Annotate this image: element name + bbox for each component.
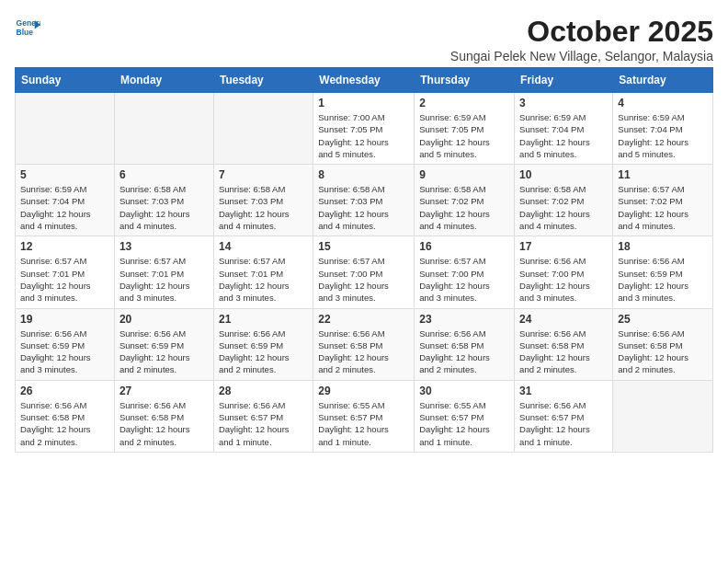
calendar-cell: 6Sunrise: 6:58 AM Sunset: 7:03 PM Daylig… — [114, 165, 213, 236]
calendar-cell: 16Sunrise: 6:57 AM Sunset: 7:00 PM Dayli… — [415, 236, 515, 308]
day-number: 8 — [318, 168, 409, 181]
day-number: 20 — [119, 313, 209, 326]
calendar-week-row: 12Sunrise: 6:57 AM Sunset: 7:01 PM Dayli… — [16, 236, 713, 308]
day-number: 10 — [519, 168, 608, 181]
day-info: Sunrise: 6:56 AM Sunset: 6:59 PM Dayligh… — [618, 255, 708, 304]
calendar-cell: 25Sunrise: 6:56 AM Sunset: 6:58 PM Dayli… — [613, 308, 713, 380]
calendar-cell: 12Sunrise: 6:57 AM Sunset: 7:01 PM Dayli… — [16, 236, 115, 308]
calendar-cell — [114, 93, 213, 165]
day-number: 31 — [519, 385, 608, 397]
day-info: Sunrise: 6:56 AM Sunset: 6:58 PM Dayligh… — [20, 399, 109, 448]
calendar-header-thursday: Thursday — [415, 68, 515, 93]
calendar-header-monday: Monday — [114, 68, 213, 93]
day-number: 18 — [618, 240, 708, 253]
calendar-cell — [213, 93, 313, 165]
month-title: October 2025 — [450, 15, 713, 49]
calendar-cell: 21Sunrise: 6:56 AM Sunset: 6:59 PM Dayli… — [213, 308, 313, 380]
day-number: 7 — [219, 168, 308, 181]
day-number: 9 — [419, 168, 509, 181]
calendar-cell: 17Sunrise: 6:56 AM Sunset: 7:00 PM Dayli… — [515, 236, 613, 308]
calendar-cell: 7Sunrise: 6:58 AM Sunset: 7:03 PM Daylig… — [213, 165, 313, 236]
day-info: Sunrise: 6:58 AM Sunset: 7:03 PM Dayligh… — [119, 183, 209, 232]
calendar-table: SundayMondayTuesdayWednesdayThursdayFrid… — [15, 67, 713, 453]
logo: General Blue — [15, 15, 40, 40]
calendar-week-row: 1Sunrise: 7:00 AM Sunset: 7:05 PM Daylig… — [16, 93, 713, 165]
calendar-cell: 28Sunrise: 6:56 AM Sunset: 6:57 PM Dayli… — [213, 380, 313, 452]
calendar-cell: 24Sunrise: 6:56 AM Sunset: 6:58 PM Dayli… — [515, 308, 613, 380]
day-info: Sunrise: 6:56 AM Sunset: 6:59 PM Dayligh… — [20, 327, 109, 376]
calendar-header-friday: Friday — [515, 68, 613, 93]
day-info: Sunrise: 6:58 AM Sunset: 7:02 PM Dayligh… — [419, 183, 509, 232]
day-info: Sunrise: 6:59 AM Sunset: 7:04 PM Dayligh… — [519, 111, 608, 160]
calendar-cell: 23Sunrise: 6:56 AM Sunset: 6:58 PM Dayli… — [415, 308, 515, 380]
day-info: Sunrise: 6:57 AM Sunset: 7:01 PM Dayligh… — [119, 255, 209, 304]
day-info: Sunrise: 6:59 AM Sunset: 7:04 PM Dayligh… — [20, 183, 109, 232]
calendar-cell: 11Sunrise: 6:57 AM Sunset: 7:02 PM Dayli… — [613, 165, 713, 236]
day-number: 27 — [119, 385, 209, 397]
day-info: Sunrise: 6:55 AM Sunset: 6:57 PM Dayligh… — [318, 399, 409, 448]
calendar-cell — [16, 93, 115, 165]
day-info: Sunrise: 6:56 AM Sunset: 6:58 PM Dayligh… — [419, 327, 509, 376]
day-number: 14 — [219, 240, 308, 253]
calendar-cell: 30Sunrise: 6:55 AM Sunset: 6:57 PM Dayli… — [415, 380, 515, 452]
day-info: Sunrise: 6:59 AM Sunset: 7:05 PM Dayligh… — [419, 111, 509, 160]
logo-icon: General Blue — [15, 15, 40, 40]
calendar-cell: 19Sunrise: 6:56 AM Sunset: 6:59 PM Dayli… — [16, 308, 115, 380]
calendar-cell: 20Sunrise: 6:56 AM Sunset: 6:59 PM Dayli… — [114, 308, 213, 380]
day-info: Sunrise: 6:56 AM Sunset: 6:58 PM Dayligh… — [618, 327, 708, 376]
title-block: October 2025 Sungai Pelek New Village, S… — [450, 15, 713, 63]
day-number: 1 — [318, 97, 409, 109]
day-info: Sunrise: 6:56 AM Sunset: 6:59 PM Dayligh… — [219, 327, 308, 376]
day-number: 11 — [618, 168, 708, 181]
day-number: 3 — [519, 97, 608, 109]
day-info: Sunrise: 6:59 AM Sunset: 7:04 PM Dayligh… — [618, 111, 708, 160]
day-info: Sunrise: 6:58 AM Sunset: 7:03 PM Dayligh… — [219, 183, 308, 232]
calendar-cell: 15Sunrise: 6:57 AM Sunset: 7:00 PM Dayli… — [313, 236, 415, 308]
day-number: 13 — [119, 240, 209, 253]
calendar-header-tuesday: Tuesday — [213, 68, 313, 93]
day-info: Sunrise: 6:56 AM Sunset: 6:58 PM Dayligh… — [318, 327, 409, 376]
day-number: 17 — [519, 240, 608, 253]
calendar-cell: 4Sunrise: 6:59 AM Sunset: 7:04 PM Daylig… — [613, 93, 713, 165]
day-number: 29 — [318, 385, 409, 397]
calendar-cell: 14Sunrise: 6:57 AM Sunset: 7:01 PM Dayli… — [213, 236, 313, 308]
day-number: 25 — [618, 313, 708, 326]
day-number: 23 — [419, 313, 509, 326]
calendar-cell: 2Sunrise: 6:59 AM Sunset: 7:05 PM Daylig… — [415, 93, 515, 165]
page-header: General Blue October 2025 Sungai Pelek N… — [15, 15, 713, 63]
day-number: 24 — [519, 313, 608, 326]
day-info: Sunrise: 6:57 AM Sunset: 7:02 PM Dayligh… — [618, 183, 708, 232]
day-info: Sunrise: 6:56 AM Sunset: 6:58 PM Dayligh… — [519, 327, 608, 376]
day-number: 16 — [419, 240, 509, 253]
calendar-cell: 22Sunrise: 6:56 AM Sunset: 6:58 PM Dayli… — [313, 308, 415, 380]
calendar-header-sunday: Sunday — [16, 68, 115, 93]
day-number: 4 — [618, 97, 708, 109]
calendar-cell: 8Sunrise: 6:58 AM Sunset: 7:03 PM Daylig… — [313, 165, 415, 236]
calendar-header-wednesday: Wednesday — [313, 68, 415, 93]
calendar-header-row: SundayMondayTuesdayWednesdayThursdayFrid… — [16, 68, 713, 93]
svg-text:Blue: Blue — [17, 28, 34, 37]
calendar-cell: 3Sunrise: 6:59 AM Sunset: 7:04 PM Daylig… — [515, 93, 613, 165]
day-info: Sunrise: 7:00 AM Sunset: 7:05 PM Dayligh… — [318, 111, 409, 160]
calendar-cell: 9Sunrise: 6:58 AM Sunset: 7:02 PM Daylig… — [415, 165, 515, 236]
day-info: Sunrise: 6:56 AM Sunset: 6:57 PM Dayligh… — [219, 399, 308, 448]
day-number: 6 — [119, 168, 209, 181]
day-info: Sunrise: 6:57 AM Sunset: 7:01 PM Dayligh… — [219, 255, 308, 304]
day-number: 21 — [219, 313, 308, 326]
day-info: Sunrise: 6:57 AM Sunset: 7:00 PM Dayligh… — [318, 255, 409, 304]
day-info: Sunrise: 6:58 AM Sunset: 7:02 PM Dayligh… — [519, 183, 608, 232]
day-number: 26 — [20, 385, 109, 397]
day-info: Sunrise: 6:55 AM Sunset: 6:57 PM Dayligh… — [419, 399, 509, 448]
day-info: Sunrise: 6:58 AM Sunset: 7:03 PM Dayligh… — [318, 183, 409, 232]
calendar-cell: 10Sunrise: 6:58 AM Sunset: 7:02 PM Dayli… — [515, 165, 613, 236]
calendar-cell: 26Sunrise: 6:56 AM Sunset: 6:58 PM Dayli… — [16, 380, 115, 452]
day-info: Sunrise: 6:56 AM Sunset: 6:59 PM Dayligh… — [119, 327, 209, 376]
day-info: Sunrise: 6:57 AM Sunset: 7:00 PM Dayligh… — [419, 255, 509, 304]
calendar-cell: 27Sunrise: 6:56 AM Sunset: 6:58 PM Dayli… — [114, 380, 213, 452]
day-number: 30 — [419, 385, 509, 397]
day-number: 5 — [20, 168, 109, 181]
day-number: 19 — [20, 313, 109, 326]
calendar-cell: 1Sunrise: 7:00 AM Sunset: 7:05 PM Daylig… — [313, 93, 415, 165]
calendar-cell: 31Sunrise: 6:56 AM Sunset: 6:57 PM Dayli… — [515, 380, 613, 452]
day-number: 22 — [318, 313, 409, 326]
